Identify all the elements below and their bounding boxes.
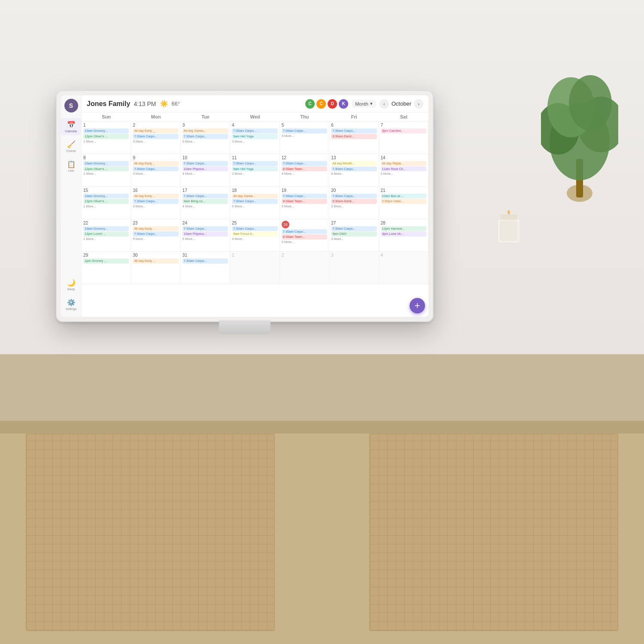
more-events-link[interactable]: 1 More... [83,172,129,176]
calendar-cell[interactable]: 3All day Garba...7:30am Carpo...5 More..… [181,122,230,154]
calendar-cell[interactable]: 30All day Early ... [131,252,180,284]
calendar-event[interactable]: 9am Hot Yoga [232,167,277,172]
calendar-event[interactable]: 12pm Oliver's ... [83,134,129,139]
calendar-event[interactable]: 9:30am Denti... [331,199,377,204]
calendar-cell[interactable]: 257:30am Carpo...8am Focus ti...4 More..… [230,219,279,252]
prev-month-button[interactable]: ‹ [380,99,389,109]
calendar-event[interactable]: 9am Hot Yoga [232,134,277,139]
calendar-event[interactable]: 8:30am Team... [282,234,327,240]
calendar-cell[interactable]: 4 [379,252,428,284]
calendar-event[interactable]: 10am Grocery... [83,226,129,231]
calendar-event[interactable]: All day Early ... [133,258,178,264]
calendar-cell[interactable]: 247:30am Carpo...10am Physica...5 More..… [181,219,230,252]
calendar-event[interactable]: 7:30am Carpo... [331,167,377,172]
calendar-event[interactable]: All day Garba... [232,194,277,199]
more-events-link[interactable]: 5 More... [182,237,228,241]
calendar-event[interactable]: All day Early _ [133,161,178,166]
sidebar-item-calendar[interactable]: 📅 Calendar [61,118,81,135]
calendar-event[interactable]: 7:30am Carpo... [232,199,277,204]
calendar-cell[interactable]: 317:30am Carpo... [181,252,230,284]
more-events-link[interactable]: 5 More... [133,237,178,241]
calendar-event[interactable]: 7:30am Carpo... [133,199,178,204]
calendar-cell[interactable]: 13All day Month...7:30am Carpo...6 More.… [329,154,379,187]
calendar-event[interactable]: 7:30am Carpo... [232,161,277,166]
avatar-c1[interactable]: C [305,99,315,109]
calendar-event[interactable]: 7:30am Carpo... [182,226,228,231]
more-events-link[interactable]: 4 More... [182,172,228,176]
calendar-cell[interactable]: 1 [230,252,279,284]
avatar-d[interactable]: D [328,99,337,109]
calendar-event[interactable]: 9am DMV [331,231,377,237]
calendar-cell[interactable]: 73pm Caroline... [379,122,428,154]
calendar-cell[interactable]: 57:30am Carpo...3 More... [280,122,329,154]
calendar-event[interactable]: All day Early ... [133,194,178,199]
calendar-cell[interactable]: 810am Grocery...12pm Oliver's ...1 More.… [82,154,131,187]
more-events-link[interactable]: 1 More... [83,140,129,143]
calendar-event[interactable]: 8:30am Team... [282,167,327,172]
calendar-cell[interactable]: 197:30am Carpo...8:30am Team...5 More... [280,187,329,219]
calendar-cell[interactable]: 117:30am Carpo...9am Hot Yoga2 More... [230,154,279,187]
calendar-event[interactable]: 7:30am Carpo... [133,167,178,172]
calendar-event[interactable]: 7:30am Carpo... [331,226,377,231]
calendar-event[interactable]: 8:30am Team... [282,199,327,204]
calendar-event[interactable]: 1pm Grocery ... [83,258,129,264]
add-event-button[interactable]: + [410,298,425,313]
more-events-link[interactable]: 5 More... [282,240,327,244]
calendar-event[interactable]: 7:30am Carpo... [232,226,277,231]
calendar-cell[interactable]: 207:30am Carpo...9:30am Denti...2 More..… [329,187,379,219]
calendar-event[interactable]: 7:30am Carpo... [282,128,327,134]
calendar-cell[interactable]: 127:30am Carpo...8:30am Team...4 More... [280,154,329,187]
more-events-link[interactable]: 1 More... [83,237,129,241]
calendar-event[interactable]: 12pm Lunch ... [83,231,129,237]
more-events-link[interactable]: 4 More... [282,172,327,176]
calendar-event[interactable]: All day Month... [331,161,377,166]
calendar-cell[interactable]: 2110am Boo at ...2:30pm Hallo... [379,187,428,219]
view-selector[interactable]: Month ▾ [352,100,376,108]
calendar-event[interactable]: 7:30am Carpo... [182,258,228,264]
calendar-event[interactable]: 7:30am Carpo... [182,161,228,166]
calendar-event[interactable]: All day Early _ [133,128,178,134]
more-events-link[interactable]: 2 More... [381,172,426,176]
avatar-k[interactable]: K [339,99,348,109]
calendar-event[interactable]: 7:30am Carpo... [282,194,327,199]
calendar-cell[interactable]: 9All day Early _7:30am Carpo...3 More... [131,154,180,187]
more-events-link[interactable]: 3 More... [282,134,327,138]
calendar-event[interactable]: 3pm Caroline... [381,128,426,134]
calendar-event[interactable]: 7:30am Carpo... [182,134,228,139]
calendar-cell[interactable]: 110am Grocery...12pm Oliver's ...1 More.… [82,122,131,154]
calendar-cell[interactable]: 2812pm Harvest...4pm Luna Ve... [379,219,428,252]
calendar-event[interactable]: 10am Grocery... [83,161,129,166]
avatar-c2[interactable]: C [316,99,326,109]
next-month-button[interactable]: › [414,99,423,109]
more-events-link[interactable]: 2 More... [331,204,377,208]
calendar-event[interactable]: 7:30am Carpo... [133,134,178,139]
more-events-link[interactable]: 3 More... [331,237,377,241]
more-events-link[interactable]: 4 More... [232,237,277,241]
calendar-event[interactable]: 8am Focus ti... [232,231,277,237]
more-events-link[interactable]: 2 More... [232,172,277,176]
calendar-event[interactable]: 10am Grocery... [83,194,129,199]
sidebar-item-sleep[interactable]: 🌙 Sleep [61,276,81,293]
calendar-cell[interactable]: 2210am Grocery...12pm Lunch ...1 More... [82,219,131,252]
calendar-cell[interactable]: 3 [329,252,379,284]
more-events-link[interactable]: 6 More... [331,172,377,176]
calendar-event[interactable]: 4pm Luna Ve... [381,231,426,237]
calendar-cell[interactable]: 2All day Early _7:30am Carpo...3 More... [131,122,180,154]
calendar-event[interactable]: 12pm Oliver's ... [83,199,129,204]
calendar-cell[interactable]: 267:30am Carpo...8:30am Team...5 More... [280,219,329,252]
calendar-cell[interactable]: 291pm Grocery ... [82,252,131,284]
sidebar-initial[interactable]: S [64,99,78,112]
calendar-event[interactable]: 9:30am Denti... [331,134,377,139]
more-events-link[interactable]: 5 More... [182,140,228,143]
calendar-event[interactable]: 7:30am Carpo... [331,194,377,199]
calendar-event[interactable]: 10am Grocery... [83,128,129,134]
calendar-cell[interactable]: 18All day Garba...7:30am Carpo...5 More.… [230,187,279,219]
calendar-event[interactable]: All day Early ... [133,226,178,231]
calendar-cell[interactable]: 277:30am Carpo...9am DMV3 More... [329,219,379,252]
calendar-event[interactable]: 10am Boo at ... [381,194,426,199]
calendar-event[interactable]: 7:30am Carpo... [282,229,327,234]
calendar-event[interactable]: 2:30pm Hallo... [381,199,426,204]
calendar-event[interactable]: 7:30am Carpo... [182,194,228,199]
calendar-cell[interactable]: 107:30am Carpo...10am Physica...4 More..… [181,154,230,187]
calendar-event[interactable]: 12pm Harvest... [381,226,426,231]
